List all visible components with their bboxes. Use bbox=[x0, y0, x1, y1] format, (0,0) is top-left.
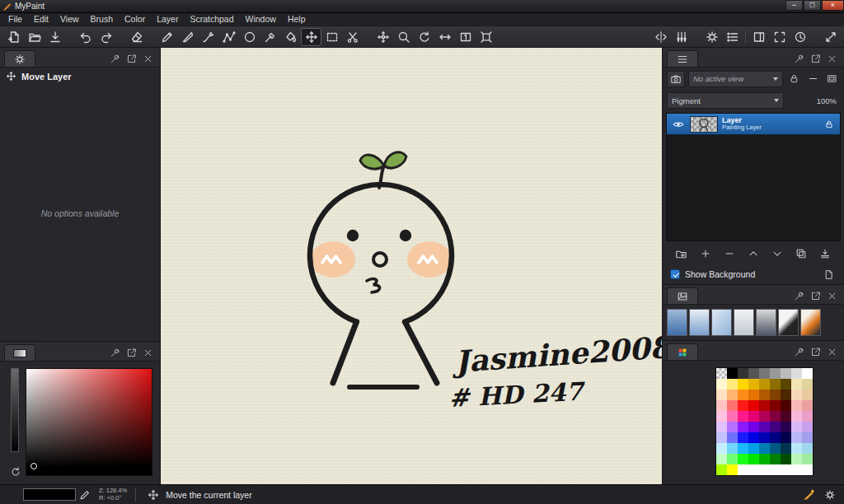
palette-swatch[interactable] bbox=[759, 464, 770, 475]
palette-swatch[interactable] bbox=[727, 368, 738, 379]
palette-swatch[interactable] bbox=[759, 400, 770, 411]
frame-edit-button[interactable] bbox=[476, 28, 496, 46]
ellipse-tool-button[interactable] bbox=[239, 28, 260, 46]
palette-swatch[interactable] bbox=[791, 432, 802, 443]
palette-swatch[interactable] bbox=[781, 400, 791, 411]
tab-color[interactable] bbox=[4, 344, 35, 361]
palette-swatch[interactable] bbox=[716, 454, 727, 464]
brush-history-1[interactable] bbox=[667, 309, 687, 336]
brush-history-4[interactable] bbox=[734, 309, 754, 336]
palette-swatch[interactable] bbox=[716, 422, 727, 432]
expand-panels-button[interactable] bbox=[748, 28, 769, 46]
palette-swatch[interactable] bbox=[738, 464, 748, 475]
edit-color-button[interactable] bbox=[76, 487, 94, 503]
palette-swatch[interactable] bbox=[770, 443, 781, 454]
remove-layer-button[interactable] bbox=[721, 246, 737, 262]
preferences-button[interactable] bbox=[701, 28, 722, 46]
inking-tool-button[interactable] bbox=[260, 28, 280, 46]
open-button[interactable] bbox=[24, 28, 45, 46]
active-view-select[interactable]: No active view bbox=[688, 71, 783, 87]
menu-edit[interactable]: Edit bbox=[28, 13, 54, 26]
menu-brush[interactable]: Brush bbox=[85, 13, 119, 26]
panel-close-button[interactable] bbox=[139, 345, 156, 361]
palette-swatch[interactable] bbox=[716, 390, 727, 400]
palette-swatch[interactable] bbox=[781, 411, 791, 422]
palette-swatch[interactable] bbox=[716, 464, 727, 475]
palette-swatch[interactable] bbox=[781, 464, 791, 475]
saturation-value-square[interactable] bbox=[26, 368, 152, 476]
palette-swatch[interactable] bbox=[781, 390, 791, 400]
symmetry-button[interactable] bbox=[650, 28, 671, 46]
eraser-button[interactable] bbox=[126, 28, 147, 46]
palette-swatch[interactable] bbox=[727, 454, 738, 464]
palette-swatch[interactable] bbox=[727, 432, 738, 443]
palette-swatch[interactable] bbox=[781, 379, 791, 390]
palette-swatch[interactable] bbox=[748, 443, 759, 454]
palette-swatch[interactable] bbox=[791, 464, 802, 475]
show-background-checkbox[interactable] bbox=[670, 269, 680, 279]
palette-swatch[interactable] bbox=[738, 411, 748, 422]
panel-detach-button[interactable] bbox=[807, 344, 823, 360]
palette-swatch[interactable] bbox=[748, 432, 759, 443]
palette-swatch[interactable] bbox=[770, 432, 781, 443]
new-file-button[interactable] bbox=[3, 28, 24, 46]
menu-view[interactable]: View bbox=[54, 13, 85, 26]
layer-lock-toggle[interactable] bbox=[821, 116, 837, 132]
fullscreen-button[interactable] bbox=[769, 28, 790, 46]
pan-view-button[interactable] bbox=[373, 28, 393, 46]
raise-layer-button[interactable] bbox=[745, 246, 761, 262]
panel-detach-button[interactable] bbox=[123, 345, 139, 361]
menu-layer[interactable]: Layer bbox=[151, 13, 184, 26]
rotate-view-button[interactable] bbox=[414, 28, 434, 46]
palette-swatch[interactable] bbox=[802, 432, 813, 443]
lines-tool-button[interactable] bbox=[177, 28, 198, 46]
menu-color[interactable]: Color bbox=[119, 13, 151, 26]
menu-help[interactable]: Help bbox=[282, 13, 312, 26]
palette-swatch[interactable] bbox=[748, 368, 759, 379]
tab-layers[interactable] bbox=[667, 50, 698, 67]
minimize-button[interactable]: − bbox=[785, 0, 803, 11]
brush-list-button[interactable] bbox=[722, 28, 743, 46]
brush-history-3[interactable] bbox=[711, 309, 732, 336]
palette-swatch[interactable] bbox=[716, 411, 727, 422]
palette-swatch[interactable] bbox=[748, 422, 759, 432]
zoom-1to1-button[interactable] bbox=[455, 28, 476, 46]
palette-swatch[interactable] bbox=[759, 379, 770, 390]
palette-swatch[interactable] bbox=[738, 368, 748, 379]
tab-palette[interactable] bbox=[667, 343, 698, 360]
layer-row-selected[interactable]: Layer Painting Layer bbox=[667, 114, 840, 135]
brush-history-7[interactable] bbox=[800, 309, 821, 336]
undo-button[interactable] bbox=[75, 28, 96, 46]
panel-config-button[interactable] bbox=[790, 288, 807, 304]
palette-swatch[interactable] bbox=[802, 443, 813, 454]
palette-swatch[interactable] bbox=[738, 443, 748, 454]
move-layer-tool-button[interactable] bbox=[301, 28, 321, 46]
palette-swatch[interactable] bbox=[781, 443, 791, 454]
palette-swatch[interactable] bbox=[759, 422, 770, 432]
fit-width-button[interactable] bbox=[434, 28, 455, 46]
color-cursor[interactable] bbox=[30, 463, 37, 469]
menu-scratchpad[interactable]: Scratchpad bbox=[184, 13, 239, 26]
palette-swatch[interactable] bbox=[748, 379, 759, 390]
tab-tool-options[interactable] bbox=[4, 50, 35, 67]
palette-swatch[interactable] bbox=[770, 464, 781, 475]
palette-swatch[interactable] bbox=[748, 411, 759, 422]
palette-swatch[interactable] bbox=[770, 390, 781, 400]
history-button[interactable] bbox=[790, 28, 810, 46]
palette-swatch[interactable] bbox=[770, 454, 781, 464]
curves-tool-button[interactable] bbox=[198, 28, 218, 46]
layer-mode-select[interactable]: Pigment bbox=[667, 92, 784, 109]
palette-swatch[interactable] bbox=[781, 422, 791, 432]
brush-history-5[interactable] bbox=[756, 309, 776, 336]
view-frame-button[interactable] bbox=[824, 71, 840, 86]
panel-detach-button[interactable] bbox=[123, 51, 139, 67]
palette-swatch[interactable] bbox=[727, 443, 738, 454]
flood-fill-tool-button[interactable] bbox=[280, 28, 301, 46]
close-button[interactable]: × bbox=[822, 0, 844, 11]
palette-swatch[interactable] bbox=[770, 379, 781, 390]
panel-config-button[interactable] bbox=[790, 344, 807, 360]
palette-swatch[interactable] bbox=[738, 390, 748, 400]
palette-swatch[interactable] bbox=[802, 368, 813, 379]
save-button[interactable] bbox=[45, 28, 65, 46]
panel-close-button[interactable] bbox=[823, 51, 840, 67]
